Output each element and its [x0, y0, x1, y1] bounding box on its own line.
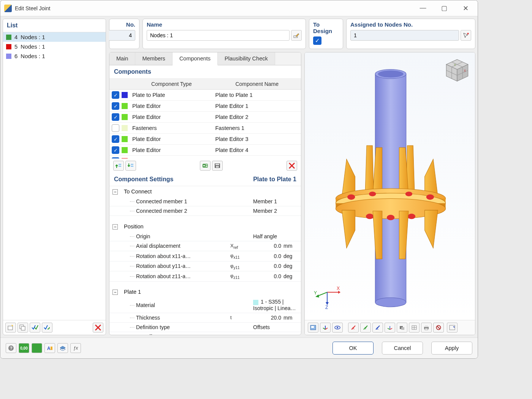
- move-down-button[interactable]: [125, 161, 136, 171]
- view-style-button[interactable]: [397, 323, 407, 332]
- view-home-button[interactable]: [308, 323, 318, 332]
- prop-value[interactable]: 1 - S355 | Isotropic | Linea…: [253, 297, 301, 313]
- name-input[interactable]: [147, 30, 290, 41]
- copy-item-button[interactable]: [17, 323, 28, 332]
- prop-value[interactable]: 0.0: [253, 251, 283, 261]
- property-row[interactable]: Top offsetΔtop 92.0 mm: [109, 332, 301, 335]
- prop-unit: deg: [283, 261, 301, 271]
- pick-nodes-button[interactable]: [461, 30, 471, 41]
- group-name: Position: [121, 221, 301, 232]
- list-item[interactable]: 6 Nodes : 1: [3, 51, 106, 61]
- property-row[interactable]: Axial displacementXref 0.0 mm: [109, 241, 301, 251]
- view-iso-button[interactable]: [385, 323, 395, 332]
- row-color-swatch: [122, 103, 128, 109]
- tab-plausibility-check[interactable]: Plausibility Check: [218, 52, 275, 65]
- settings-scroll[interactable]: − To ConnectConnected member 1Member 1Co…: [109, 186, 301, 335]
- maximize-button[interactable]: ▢: [437, 4, 451, 13]
- delete-item-button[interactable]: [93, 323, 103, 332]
- property-row[interactable]: Material1 - S355 | Isotropic | Linea…: [109, 297, 301, 313]
- tab-members[interactable]: Members: [135, 52, 172, 65]
- property-row[interactable]: Rotation about x11-a…φx11 0.0 deg: [109, 251, 301, 261]
- collapse-toggle[interactable]: −: [112, 189, 118, 195]
- move-up-button[interactable]: [113, 161, 124, 171]
- cancel-button[interactable]: Cancel: [382, 342, 423, 355]
- property-row[interactable]: Connected member 2Member 2: [109, 206, 301, 216]
- collapse-toggle[interactable]: −: [112, 224, 118, 230]
- property-row[interactable]: Definition typeOffsets: [109, 322, 301, 332]
- view-z-button[interactable]: Z: [372, 323, 383, 332]
- property-row[interactable]: Rotation about z11-a…φz11 0.0 deg: [109, 271, 301, 282]
- prop-unit: mm: [283, 313, 301, 322]
- svg-marker-19: [289, 163, 295, 169]
- no-card: No.: [109, 19, 139, 49]
- prop-value[interactable]: Offsets: [253, 322, 301, 332]
- delete-component-button[interactable]: [287, 161, 297, 171]
- units-button[interactable]: 0,00: [19, 343, 29, 353]
- view-wire-button[interactable]: [409, 323, 420, 332]
- component-row[interactable]: ✓ Plate Plate 1: [109, 156, 301, 159]
- minimize-button[interactable]: —: [416, 4, 430, 13]
- component-row[interactable]: ✓ Fasteners Fasteners 1: [109, 123, 301, 134]
- close-button[interactable]: ✕: [459, 4, 472, 13]
- row-checkbox[interactable]: ✓: [112, 124, 119, 132]
- prop-value[interactable]: 0.0: [253, 271, 283, 282]
- check-button-2[interactable]: [42, 323, 52, 332]
- svg-rect-14: [206, 165, 207, 165]
- view-eye-button[interactable]: [332, 323, 343, 332]
- prop-value[interactable]: 0.0: [253, 241, 283, 251]
- svg-text:?: ?: [10, 346, 13, 350]
- row-checkbox[interactable]: ✓: [112, 91, 119, 99]
- row-checkbox[interactable]: ✓: [112, 135, 119, 143]
- row-checkbox[interactable]: ✓: [112, 146, 119, 154]
- property-row[interactable]: Connected member 1Member 1: [109, 197, 301, 206]
- property-row[interactable]: OriginHalf angle: [109, 232, 301, 241]
- color-button[interactable]: [32, 343, 42, 353]
- view-y-button[interactable]: Y: [360, 323, 371, 332]
- preview-viewport[interactable]: Y X: [305, 52, 475, 320]
- list-item[interactable]: 5 Nodes : 1: [3, 42, 106, 51]
- component-row[interactable]: ✓ Plate to Plate Plate to Plate 1: [109, 90, 301, 101]
- row-checkbox[interactable]: ✓: [112, 102, 119, 110]
- prop-value[interactable]: Member 2: [253, 206, 301, 216]
- tab-main[interactable]: Main: [109, 52, 135, 65]
- preview-panel: Y X: [304, 52, 475, 335]
- help-button[interactable]: ?: [6, 343, 16, 353]
- fx-button[interactable]: ƒx: [70, 343, 81, 353]
- row-name: Fasteners 1: [213, 123, 301, 134]
- component-row[interactable]: ✓ Plate Editor Plate Editor 1: [109, 101, 301, 112]
- prop-value[interactable]: 0.0: [253, 261, 283, 271]
- save-button[interactable]: [212, 161, 223, 171]
- item-label: Nodes : 1: [21, 53, 45, 59]
- prop-value[interactable]: Member 1: [253, 197, 301, 206]
- view-axis-button[interactable]: [320, 323, 331, 332]
- prop-symbol: t: [230, 313, 253, 322]
- expand-view-button[interactable]: [447, 323, 458, 332]
- assigned-input[interactable]: [350, 30, 459, 41]
- refresh-view-button[interactable]: [433, 323, 444, 332]
- check-button-1[interactable]: [30, 323, 40, 332]
- apply-button[interactable]: Apply: [431, 342, 472, 355]
- font-button[interactable]: A: [44, 343, 55, 353]
- component-row[interactable]: ✓ Plate Editor Plate Editor 4: [109, 145, 301, 156]
- ok-button[interactable]: OK: [332, 342, 374, 355]
- collapse-toggle[interactable]: −: [112, 290, 118, 295]
- component-row[interactable]: ✓ Plate Editor Plate Editor 3: [109, 134, 301, 145]
- tab-components[interactable]: Components: [173, 52, 218, 65]
- nav-cube-icon[interactable]: Y X: [445, 58, 470, 83]
- new-item-button[interactable]: [5, 323, 16, 332]
- property-row[interactable]: Rotation about y11-a…φy11 0.0 deg: [109, 261, 301, 271]
- row-checkbox[interactable]: ✓: [112, 113, 119, 121]
- no-input[interactable]: [109, 30, 135, 41]
- print-button[interactable]: [421, 323, 432, 332]
- property-row[interactable]: Thicknesst 20.0 mm: [109, 313, 301, 322]
- component-row[interactable]: ✓ Plate Editor Plate Editor 2: [109, 112, 301, 123]
- view-x-button[interactable]: X: [348, 323, 359, 332]
- prop-value[interactable]: 20.0: [253, 313, 283, 322]
- prop-value[interactable]: 92.0: [253, 332, 283, 335]
- prop-value[interactable]: Half angle: [253, 232, 301, 241]
- list-item[interactable]: 4 Nodes : 1: [3, 32, 106, 42]
- library-button[interactable]: [200, 161, 211, 171]
- to-design-checkbox[interactable]: ✓: [313, 36, 321, 45]
- edit-name-button[interactable]: [291, 30, 302, 41]
- layers-button[interactable]: [57, 343, 68, 353]
